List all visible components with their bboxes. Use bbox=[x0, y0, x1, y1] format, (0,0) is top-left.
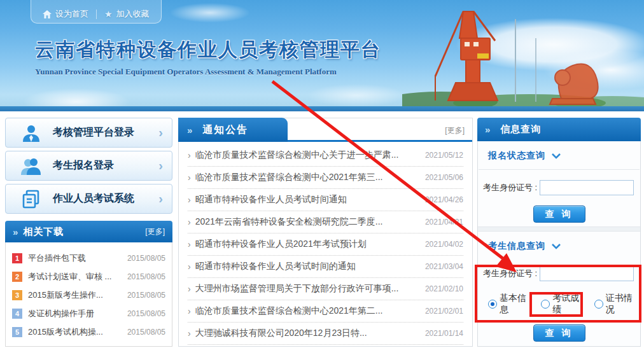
download-title: 发证机构操作手册 bbox=[28, 308, 123, 319]
radio-certificate-status[interactable]: 证书情况 bbox=[594, 293, 640, 316]
candidate-id-input[interactable] bbox=[540, 266, 634, 281]
download-item[interactable]: 2 考试计划送审、审核 ... 2015/08/05 bbox=[12, 267, 165, 286]
download-title: 2015版考试机构操... bbox=[28, 326, 123, 338]
notice-title: 昭通市特种设备作业人员考试时间的通知 bbox=[195, 261, 419, 272]
radio-unselected-icon bbox=[594, 300, 603, 309]
notice-date: 2021/04/02 bbox=[425, 240, 463, 249]
panel-separator bbox=[478, 226, 640, 232]
notice-title: 昭通市特种设备作业人员考试时间通知 bbox=[195, 194, 419, 205]
download-item[interactable]: 1 平台插件包下载 2015/08/05 bbox=[12, 249, 165, 267]
registration-id-input[interactable] bbox=[540, 180, 634, 195]
candidate-query-row: 查 询 bbox=[478, 316, 640, 345]
notice-item[interactable]: › 临沧市质量技术监督综合检测中心2021年第三... 2021/05/06 bbox=[188, 167, 463, 189]
documents-icon bbox=[20, 189, 43, 209]
downloads-title: 相关下载 bbox=[23, 226, 145, 238]
downloads-list: 1 平台插件包下载 2015/08/05 2 考试计划送审、审核 ... 201… bbox=[5, 242, 172, 347]
notices-header: » 通知公告 [更多] bbox=[179, 118, 472, 142]
download-item[interactable]: 4 发证机构操作手册 2015/08/05 bbox=[12, 304, 165, 323]
registration-query-button[interactable]: 查 询 bbox=[533, 205, 585, 223]
radio-selected-icon bbox=[488, 300, 497, 309]
radio-exam-score[interactable]: 考试成绩 bbox=[541, 293, 587, 316]
quick-links-bar: 设为首页 ★ 加入收藏 bbox=[31, 0, 162, 24]
notices-more-link[interactable]: [更多] bbox=[445, 125, 465, 136]
candidate-id-row: 考生身份证号 : bbox=[478, 260, 640, 285]
notice-date: 2021/04/26 bbox=[425, 195, 463, 204]
banner: 设为首页 ★ 加入收藏 云南省特种设备作业人员考核管理平台 Yunnan Pro… bbox=[0, 0, 644, 111]
notice-item[interactable]: › 昭通市特种设备作业人员考试时间的通知 2021/03/04 bbox=[188, 256, 463, 278]
notice-title: 临沧市质量技术监督综合检测中心关于进一步严肃... bbox=[195, 150, 419, 161]
radio-exam-score-label: 考试成绩 bbox=[552, 293, 587, 316]
notice-title: 大理驰诚科技有限公司2020年12月23日特... bbox=[195, 328, 419, 339]
query-header: » 信息查询 bbox=[477, 118, 641, 141]
set-homepage-label: 设为首页 bbox=[55, 8, 88, 20]
notice-date: 2021/02/10 bbox=[425, 284, 463, 293]
downloads-header: » 相关下载 [更多] bbox=[5, 221, 172, 242]
bullet-icon: › bbox=[188, 150, 191, 160]
bullet-icon: › bbox=[188, 239, 191, 249]
notice-title: 大理州市场监督管理局关于下放部分行政许可事项... bbox=[195, 283, 419, 295]
admin-platform-login-button[interactable]: 考核管理平台登录 › bbox=[5, 118, 172, 148]
notice-item[interactable]: › 昭通市特种设备作业人员2021年考试预计划 2021/04/02 bbox=[188, 233, 463, 256]
candidate-query-button[interactable]: 查 询 bbox=[533, 324, 585, 342]
bullet-icon: › bbox=[188, 195, 191, 205]
download-title: 2015新版考生操作... bbox=[28, 289, 123, 301]
notice-date: 2021/03/04 bbox=[425, 262, 463, 271]
download-item[interactable]: 5 2015版考试机构操... 2015/08/05 bbox=[12, 323, 165, 341]
notice-item[interactable]: › 大理驰诚科技有限公司2020年12月23日特... 2021/01/14 bbox=[188, 323, 463, 345]
chevron-right-icon: › bbox=[158, 125, 163, 140]
radio-basic-info[interactable]: 基本信息 bbox=[488, 293, 534, 316]
notice-item[interactable]: › 2021年云南省特种设备安全检测研究院二季度... 2021/04/21 bbox=[188, 211, 463, 233]
add-favorite-link[interactable]: ★ 加入收藏 bbox=[104, 8, 150, 20]
notices-title: 通知公告 bbox=[202, 123, 248, 137]
registration-id-row: 考生身份证号 : bbox=[478, 170, 640, 199]
chevron-right-icon: › bbox=[158, 158, 163, 173]
radio-certificate-status-label: 证书情况 bbox=[606, 293, 640, 316]
notice-item[interactable]: › 临沧市质量技术监督综合检测中心关于进一步严肃... 2021/05/12 bbox=[188, 144, 463, 167]
candidate-id-label: 考生身份证号 : bbox=[483, 268, 537, 279]
download-date: 2015/08/05 bbox=[127, 254, 165, 263]
query-title: 信息查询 bbox=[500, 123, 541, 136]
notice-item[interactable]: › 临沧市质量技术监督综合检测中心2021年第二... 2021/02/01 bbox=[188, 300, 463, 323]
person-icon bbox=[20, 123, 43, 143]
candidate-register-login-button[interactable]: 考生报名登录 › bbox=[5, 151, 172, 181]
download-item[interactable]: 3 2015新版考生操作... 2015/08/05 bbox=[12, 286, 165, 304]
notice-item[interactable]: › 大理州市场监督管理局关于下放部分行政许可事项... 2021/02/10 bbox=[188, 278, 463, 300]
site-title: 云南省特种设备作业人员考核管理平台 bbox=[35, 37, 381, 63]
notices-tab[interactable]: » 通知公告 bbox=[178, 118, 288, 142]
set-homepage-link[interactable]: 设为首页 bbox=[43, 8, 88, 20]
rank-badge: 3 bbox=[12, 290, 22, 300]
bullet-icon: › bbox=[188, 217, 191, 227]
candidate-register-login-label: 考生报名登录 bbox=[53, 159, 158, 172]
downloads-more-link[interactable]: [更多] bbox=[145, 226, 165, 237]
notice-item[interactable]: › 昭通市特种设备作业人员考试时间通知 2021/04/26 bbox=[188, 189, 463, 211]
site-subtitle: Yunnan Province Special Equipment Operat… bbox=[35, 67, 381, 77]
rank-badge: 4 bbox=[12, 309, 22, 319]
people-icon bbox=[20, 156, 43, 176]
registration-status-section-toggle[interactable]: 报名状态查询 bbox=[478, 141, 640, 169]
site-title-block: 云南省特种设备作业人员考核管理平台 Yunnan Province Specia… bbox=[35, 37, 381, 77]
notice-date: 2021/02/01 bbox=[425, 307, 463, 316]
registration-query-row: 查 询 bbox=[478, 199, 640, 226]
candidate-query-type-radios: 基本信息 考试成绩 证书情况 bbox=[478, 285, 640, 316]
candidate-info-title: 考生信息查询 bbox=[488, 240, 545, 252]
candidate-info-section-toggle[interactable]: 考生信息查询 bbox=[478, 232, 640, 260]
download-title: 平台插件包下载 bbox=[28, 253, 123, 264]
notices-panel: » 通知公告 [更多] › 临沧市质量技术监督综合检测中心关于进一步严肃... … bbox=[178, 118, 473, 347]
registration-status-title: 报名状态查询 bbox=[488, 150, 545, 162]
bullet-icon: › bbox=[188, 284, 191, 294]
download-date: 2015/08/05 bbox=[127, 328, 165, 337]
notice-date: 2021/05/12 bbox=[425, 151, 463, 160]
notice-title: 昭通市特种设备作业人员2021年考试预计划 bbox=[195, 239, 419, 250]
notice-title: 临沧市质量技术监督综合检测中心2021年第三... bbox=[195, 172, 419, 183]
registration-id-label: 考生身份证号 : bbox=[483, 182, 537, 193]
download-date: 2015/08/05 bbox=[127, 291, 165, 300]
bullet-icon: › bbox=[188, 306, 191, 316]
star-icon: ★ bbox=[104, 9, 113, 19]
add-favorite-label: 加入收藏 bbox=[116, 8, 150, 20]
double-chevron-icon: » bbox=[13, 226, 18, 237]
quicklinks-divider bbox=[96, 10, 97, 19]
home-icon bbox=[43, 10, 52, 18]
exam-system-label: 作业人员考试系统 bbox=[53, 192, 158, 205]
query-body: 报名状态查询 考生身份证号 : 查 询 考生信息查询 考生身份证号 : bbox=[477, 141, 641, 347]
exam-system-button[interactable]: 作业人员考试系统 › bbox=[5, 184, 172, 214]
